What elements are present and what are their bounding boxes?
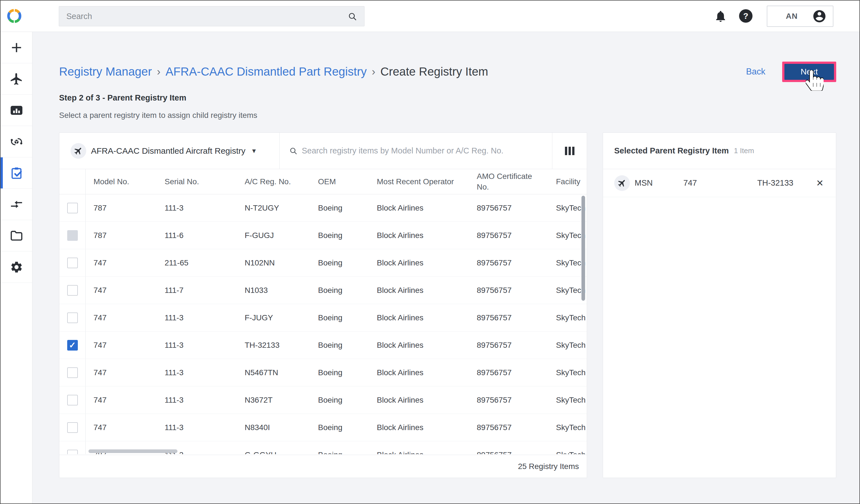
selected-panel-title: Selected Parent Registry Item	[614, 146, 729, 155]
col-facility: Facility	[556, 176, 587, 187]
row-checkbox[interactable]: ✓	[67, 450, 78, 455]
sidebar-item-aircraft[interactable]	[1, 63, 32, 95]
airplane-icon	[10, 72, 24, 86]
sidebar-item-dashboard[interactable]	[1, 95, 32, 126]
folder-icon	[10, 229, 24, 243]
table-row[interactable]: ✓ 747 111-3 N5467TN Boeing Block Airline…	[59, 359, 587, 386]
row-checkbox[interactable]: ✓	[67, 340, 78, 350]
table-row[interactable]: ✓ 787 111-6 F-GUGJ Boeing Block Airlines…	[59, 222, 587, 249]
global-search	[59, 6, 364, 26]
user-avatar-icon	[812, 9, 827, 24]
col-amo: AMO Certificate No.	[477, 171, 556, 192]
row-checkbox[interactable]: ✓	[67, 203, 78, 213]
vertical-scrollbar[interactable]	[582, 196, 585, 301]
registry-dropdown[interactable]: AFRA-CAAC Dismantled Aircraft Registry ▾	[59, 133, 280, 169]
table-row[interactable]: ✓ 787 111-3 N-T2UGY Boeing Block Airline…	[59, 194, 587, 222]
table-row[interactable]: ✓ 747 111-7 N1033 Boeing Block Airlines …	[59, 277, 587, 304]
table-body: ✓ 787 111-3 N-T2UGY Boeing Block Airline…	[59, 194, 587, 454]
selected-item-registration: TH-32133	[757, 178, 793, 188]
row-checkbox[interactable]: ✓	[67, 285, 78, 296]
columns-icon	[565, 147, 567, 155]
col-oem: OEM	[318, 176, 377, 187]
registry-dropdown-value: AFRA-CAAC Dismantled Aircraft Registry	[91, 146, 245, 156]
clipboard-check-icon	[10, 166, 24, 180]
check-icon: ✓	[69, 341, 76, 349]
horizontal-scrollbar[interactable]	[88, 449, 177, 453]
main-content: Registry Manager › AFRA-CAAC Dismantled …	[33, 32, 860, 504]
package-sync-icon	[9, 134, 24, 149]
breadcrumb: Registry Manager › AFRA-CAAC Dismantled …	[59, 65, 488, 78]
sidebar-nav	[1, 32, 32, 504]
selected-count-badge: 1 Item	[734, 146, 754, 155]
global-search-input[interactable]	[59, 6, 364, 26]
bar-chart-icon	[10, 104, 23, 117]
table-header-row: Model No. Serial No. A/C Reg. No. OEM Mo…	[59, 169, 587, 194]
col-operator: Most Recent Operator	[377, 176, 477, 187]
step-subtitle: Select a parent registry item to assign …	[59, 111, 257, 120]
registry-picker-card: AFRA-CAAC Dismantled Aircraft Registry ▾…	[59, 132, 587, 478]
picker-filter-row: AFRA-CAAC Dismantled Aircraft Registry ▾	[59, 133, 587, 169]
app-logo-icon	[5, 7, 23, 25]
page-title: Create Registry Item	[381, 65, 488, 78]
selected-parent-card: Selected Parent Registry Item 1 Item MSN…	[603, 132, 836, 478]
airplane-icon	[617, 178, 627, 188]
table-row[interactable]: ✓ 747 211-65 N102NN Boeing Block Airline…	[59, 249, 587, 277]
table-row-selected[interactable]: ✓ 747 111-3 TH-32133 Boeing Block Airlin…	[59, 332, 587, 359]
selected-item-model: 747	[683, 178, 757, 188]
sidebar-item-add[interactable]	[1, 32, 32, 63]
aircraft-badge	[614, 175, 630, 191]
table-row[interactable]: ✓ 747 111-3 N3672T Boeing Block Airlines…	[59, 386, 587, 414]
search-icon	[289, 146, 298, 155]
row-checkbox[interactable]: ✓	[67, 368, 78, 378]
next-button[interactable]: Next	[785, 64, 834, 80]
col-model: Model No.	[86, 176, 164, 187]
sidebar-item-parts[interactable]	[1, 126, 32, 157]
breadcrumb-separator: ›	[157, 66, 160, 78]
selected-item-label: MSN	[635, 178, 683, 188]
table-row[interactable]: ✓ 747 111-3 F-JUGY Boeing Block Airlines…	[59, 304, 587, 332]
chevron-down-icon: ▾	[252, 146, 256, 155]
registry-items-count: 25 Registry Items	[518, 462, 579, 471]
selected-item-row: MSN 747 TH-32133 ✕	[603, 169, 836, 197]
aircraft-badge	[71, 143, 86, 159]
airplane-icon	[74, 146, 83, 156]
help-icon[interactable]: ?	[739, 9, 752, 23]
sidebar-item-settings[interactable]	[1, 251, 32, 283]
top-bar: ? AN	[1, 1, 859, 32]
notifications-bell-icon[interactable]	[714, 10, 727, 23]
sidebar-item-registry-manager[interactable]	[1, 157, 32, 189]
col-serial: Serial No.	[164, 176, 245, 187]
registry-table: Model No. Serial No. A/C Reg. No. OEM Mo…	[59, 169, 587, 455]
next-button-highlight: Next	[782, 62, 836, 82]
registry-search	[280, 133, 552, 169]
registry-search-input[interactable]	[302, 146, 552, 155]
account-initials: AN	[786, 12, 798, 21]
account-menu[interactable]: AN	[767, 5, 833, 27]
sidebar-item-files[interactable]	[1, 220, 32, 251]
search-icon[interactable]	[347, 12, 358, 21]
breadcrumb-part-registry[interactable]: AFRA-CAAC Dismantled Part Registry	[166, 65, 367, 78]
col-reg: A/C Reg. No.	[245, 176, 318, 187]
remove-selected-button[interactable]: ✕	[816, 179, 823, 188]
breadcrumb-separator: ›	[372, 66, 375, 78]
column-settings-button[interactable]	[552, 133, 587, 169]
table-row[interactable]: ✓ 747 111-3 N8340I Boeing Block Airlines…	[59, 414, 587, 441]
table-footer: 25 Registry Items	[59, 455, 587, 478]
plus-icon	[10, 41, 23, 54]
back-button[interactable]: Back	[746, 67, 765, 77]
gear-icon	[10, 260, 23, 274]
row-checkbox[interactable]: ✓	[67, 258, 78, 268]
row-checkbox[interactable]: ✓	[67, 422, 78, 433]
merge-arrows-icon	[10, 197, 24, 212]
row-checkbox[interactable]: ✓	[67, 313, 78, 323]
sidebar-item-transfers[interactable]	[1, 189, 32, 220]
breadcrumb-registry-manager[interactable]: Registry Manager	[59, 65, 152, 78]
row-checkbox[interactable]: ✓	[67, 395, 78, 405]
step-title: Step 2 of 3 - Parent Registry Item	[59, 93, 257, 102]
row-checkbox[interactable]: ✓	[67, 230, 78, 241]
